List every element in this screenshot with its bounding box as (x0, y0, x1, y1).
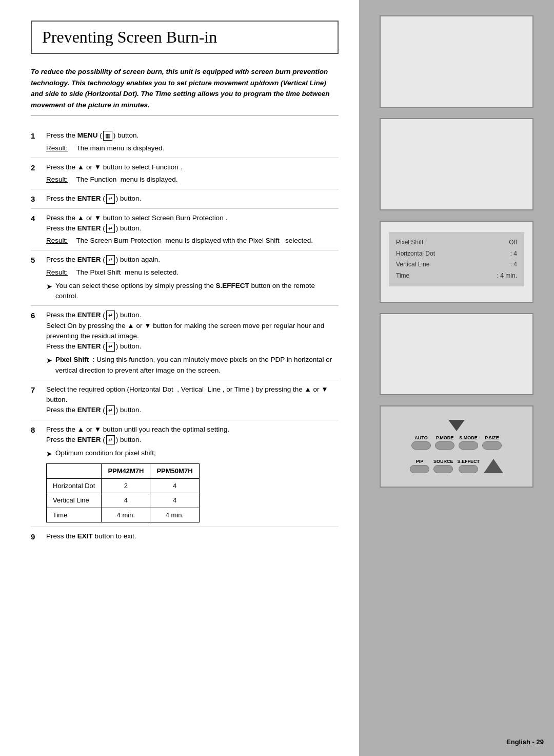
step-1-result-text: The main menu is displayed. (74, 143, 164, 153)
remote-label-auto: AUTO (414, 435, 427, 440)
remote-btn-psize (482, 441, 502, 450)
sidebar-image-3: Pixel Shift Off Horizontal Dot : 4 Verti… (380, 221, 533, 303)
menu-item-3-label: Time (396, 270, 409, 282)
table-cell-1-0: Horizontal Dot (47, 478, 102, 493)
step-6-note-text: Pixel Shift : Using this function, you c… (55, 355, 339, 376)
step-5-content: Press the ENTER (↵) button again. Result… (46, 255, 339, 301)
step-5-result-label: Result: (46, 267, 74, 278)
step-3: 3 Press the ENTER (↵) button. (31, 189, 339, 208)
step-2-content: Press the ▲ or ▼ button to select Functi… (46, 162, 339, 185)
remote-label-smode: S.MODE (459, 435, 478, 440)
menu-item-1: Horizontal Dot : 4 (396, 248, 517, 260)
menu-item-0-label: Pixel Shift (396, 237, 423, 248)
step-4: 4 Press the ▲ or ▼ button to select Scre… (31, 209, 339, 251)
menu-item-1-value: : 4 (510, 248, 517, 260)
step-8-note-text: Optimum condition for pixel shift; (55, 448, 156, 458)
step-6: 6 Press the ENTER (↵) button. Select On … (31, 306, 339, 380)
table-cell-2-0: Vertical Line (47, 493, 102, 508)
step-5-result-text: The Pixel Shift menu is selected. (74, 267, 179, 278)
step-8: 8 Press the ▲ or ▼ button until you reac… (31, 420, 339, 528)
step-1-number: 1 (31, 130, 46, 140)
step-1-result-label: Result: (46, 143, 74, 153)
table-row-3: Time 4 min. 4 min. (47, 508, 200, 522)
step-5-number: 5 (31, 255, 46, 264)
step-4-result-text: The Screen Burn Protection menu is displ… (74, 236, 313, 246)
menu-item-0-value: Off (509, 237, 517, 248)
step-7-number: 7 (31, 384, 46, 394)
content-area: Preventing Screen Burn-in To reduce the … (0, 0, 359, 756)
title-box: Preventing Screen Burn-in (31, 21, 339, 54)
step-9-number: 9 (31, 531, 46, 541)
table-cell-2-1: 4 (102, 493, 150, 508)
step-2: 2 Press the ▲ or ▼ button to select Func… (31, 158, 339, 190)
step-3-number: 3 (31, 193, 46, 203)
remote-btn-smode (459, 441, 478, 450)
table-header-1: PPM42M7H (102, 464, 150, 479)
steps-container: 1 Press the MENU (▦) button. Result: The… (31, 126, 339, 546)
remote-btn-seffect (459, 465, 478, 473)
table-header-2: PPM50M7H (150, 464, 199, 479)
step-4-number: 4 (31, 213, 46, 223)
table-cell-1-1: 2 (102, 478, 150, 493)
sidebar-image-4 (380, 313, 533, 395)
menu-item-1-label: Horizontal Dot (396, 248, 435, 260)
step-1-content: Press the MENU (▦) button. Result: The m… (46, 130, 339, 153)
sidebar-image-2 (380, 118, 533, 210)
menu-item-2-value: : 4 (510, 259, 517, 270)
remote-label-pip: PIP (416, 459, 424, 464)
table-cell-3-2: 4 min. (150, 508, 199, 522)
table-header-0 (47, 464, 102, 479)
step-6-arrow-note: ➤ Pixel Shift : Using this function, you… (46, 355, 339, 376)
remote-label-pmode: P.MODE (436, 435, 453, 440)
remote-label-psize: P.SIZE (485, 435, 499, 440)
remote-btn-pmode (435, 441, 454, 450)
step-1: 1 Press the MENU (▦) button. Result: The… (31, 126, 339, 158)
step-7-content: Select the required option (Horizontal D… (46, 384, 339, 416)
sidebar: Pixel Shift Off Horizontal Dot : 4 Verti… (359, 0, 554, 756)
pixel-table: PPM42M7H PPM50M7H Horizontal Dot 2 4 (46, 463, 200, 522)
menu-item-3: Time : 4 min. (396, 270, 517, 282)
step-2-number: 2 (31, 162, 46, 172)
step-8-number: 8 (31, 424, 46, 434)
remote-label-seffect: S.EFFECT (458, 459, 480, 464)
sidebar-image-5: AUTO P.MODE S.MODE P.SIZE (380, 405, 533, 488)
step-6-number: 6 (31, 310, 46, 320)
table-row-2: Vertical Line 4 4 (47, 493, 200, 508)
footer: English - 29 (506, 738, 544, 746)
remote-btn-source (433, 465, 453, 473)
page-title: Preventing Screen Burn-in (42, 28, 217, 46)
step-5-arrow-note: ➤ You can select these options by simply… (46, 281, 339, 302)
step-3-content: Press the ENTER (↵) button. (46, 193, 339, 204)
table-cell-3-0: Time (47, 508, 102, 522)
intro-paragraph: To reduce the possibility of screen burn… (31, 66, 339, 116)
table-cell-3-1: 4 min. (102, 508, 150, 522)
remote-btn-pip (410, 465, 429, 473)
footer-text: English - 29 (506, 738, 544, 746)
table-cell-2-2: 4 (150, 493, 199, 508)
menu-item-3-value: : 4 min. (497, 270, 517, 282)
table-cell-1-2: 4 (150, 478, 199, 493)
step-2-result-label: Result: (46, 175, 74, 185)
step-7: 7 Select the required option (Horizontal… (31, 380, 339, 420)
step-9: 9 Press the EXIT button to exit. (31, 527, 339, 546)
step-9-content: Press the EXIT button to exit. (46, 531, 339, 541)
remote-label-triangle (493, 453, 494, 458)
step-8-content: Press the ▲ or ▼ button until you reach … (46, 424, 339, 523)
menu-item-2: Vertical Line : 4 (396, 259, 517, 270)
menu-item-2-label: Vertical Line (396, 259, 429, 270)
remote-btn-triangle (484, 459, 503, 473)
table-row-1: Horizontal Dot 2 4 (47, 478, 200, 493)
step-4-result-label: Result: (46, 236, 74, 246)
step-5-note-text: You can select these options by simply p… (55, 281, 339, 302)
menu-display: Pixel Shift Off Horizontal Dot : 4 Verti… (389, 232, 524, 286)
remote-label-source: SOURCE (433, 459, 453, 464)
step-6-content: Press the ENTER (↵) button. Select On by… (46, 310, 339, 376)
step-5: 5 Press the ENTER (↵) button again. Resu… (31, 250, 339, 306)
sidebar-image-1 (380, 15, 533, 108)
step-8-arrow-note: ➤ Optimum condition for pixel shift; (46, 448, 339, 459)
step-2-result-text: The Function menu is displayed. (74, 175, 178, 185)
step-4-content: Press the ▲ or ▼ button to select Screen… (46, 213, 339, 246)
menu-item-0: Pixel Shift Off (396, 237, 517, 248)
remote-btn-auto (411, 441, 431, 450)
